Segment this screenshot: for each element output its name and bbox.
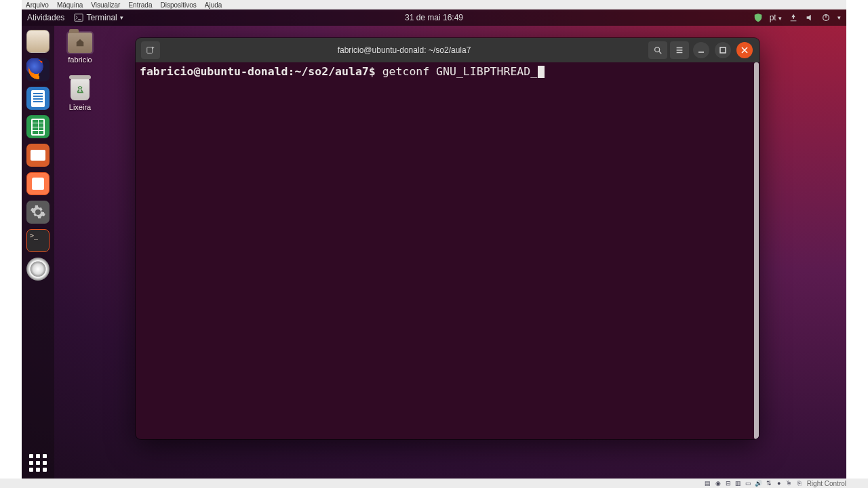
dock-disc[interactable] [26, 258, 50, 281]
vb-optical-icon[interactable]: ◉ [714, 479, 722, 487]
command-text: getconf GNU_LIBPTHREAD_ [382, 65, 537, 78]
svg-rect-2 [147, 47, 153, 54]
svg-rect-0 [75, 14, 83, 22]
chevron-down-icon: ▾ [778, 15, 782, 22]
vb-usb-icon[interactable]: ⊟ [724, 479, 732, 487]
dock-firefox[interactable] [26, 58, 50, 81]
menu-button[interactable] [670, 41, 689, 59]
chevron-down-icon: ▾ [120, 14, 123, 21]
desktop-trash-label: Lixeira [61, 103, 99, 111]
dock-settings[interactable] [26, 201, 50, 224]
new-tab-icon [146, 45, 155, 55]
vb-display-icon[interactable]: ▭ [745, 479, 753, 487]
maximize-icon [719, 47, 726, 54]
window-titlebar[interactable]: fabricio@ubuntu-donald: ~/so2/aula7 [136, 38, 760, 62]
vb-clipboard-icon[interactable]: ⎘ [795, 479, 804, 487]
vb-mouse-icon[interactable]: 🖰 [785, 479, 793, 487]
virtualbox-statusbar: ▤ ◉ ⊟ ▥ ▭ 🔊 ⇅ ● 🖰 ⎘ Right Control [704, 479, 846, 488]
current-app-name: Terminal [86, 13, 117, 22]
gnome-topbar: Atividades Terminal ▾ 31 de mai 16:49 pt… [22, 9, 846, 26]
vb-host-key-label: Right Control [807, 480, 846, 487]
dock-terminal[interactable]: >_ [26, 229, 50, 252]
host-menu-ajuda[interactable]: Ajuda [205, 1, 222, 9]
activities-button[interactable]: Atividades [27, 13, 64, 22]
window-title: fabricio@ubuntu-donald: ~/so2/aula7 [161, 45, 647, 55]
prompt-user-host: fabricio@ubuntu-donald [140, 65, 288, 78]
host-menu-arquivo[interactable]: Arquivo [26, 1, 49, 9]
dock-files[interactable] [26, 30, 50, 53]
terminal-scrollbar[interactable] [754, 62, 759, 439]
host-menu-visualizar[interactable]: Visualizar [91, 1, 120, 9]
vb-audio-icon[interactable]: 🔊 [755, 479, 763, 487]
dock-ubuntu-software[interactable] [26, 172, 50, 195]
clock[interactable]: 31 de mai 16:49 [405, 13, 463, 22]
home-icon [75, 38, 85, 47]
dock: >_ [22, 26, 54, 479]
vb-hdd-icon[interactable]: ▤ [704, 479, 712, 487]
maximize-button[interactable] [715, 42, 731, 58]
security-shield-icon[interactable] [753, 13, 763, 22]
network-icon[interactable] [789, 13, 798, 22]
close-icon [741, 47, 748, 54]
virtualbox-host-menubar: Arquivo Máquina Visualizar Entrada Dispo… [22, 0, 846, 9]
desktop-icons: fabricio Lixeira [61, 33, 99, 111]
svg-rect-4 [720, 47, 726, 53]
recycle-icon [75, 85, 85, 94]
dock-libreoffice-calc[interactable] [26, 115, 50, 138]
minimize-icon [698, 47, 705, 54]
dock-libreoffice-writer[interactable] [26, 87, 50, 110]
desktop-home-folder[interactable]: fabricio [61, 33, 99, 64]
current-app-indicator[interactable]: Terminal ▾ [74, 13, 123, 22]
terminal-icon [74, 13, 83, 22]
cursor [538, 66, 545, 78]
terminal-window: fabricio@ubuntu-donald: ~/so2/aula7 fabr… [136, 38, 760, 439]
guest-desktop: Atividades Terminal ▾ 31 de mai 16:49 pt… [22, 9, 846, 479]
vb-network-icon[interactable]: ⇅ [765, 479, 773, 487]
keyboard-layout-indicator[interactable]: pt ▾ [770, 13, 782, 22]
dock-show-applications[interactable] [26, 451, 50, 474]
host-menu-entrada[interactable]: Entrada [128, 1, 152, 9]
close-button[interactable] [736, 42, 753, 58]
minimize-button[interactable] [693, 42, 709, 58]
chevron-down-icon: ▾ [837, 14, 841, 21]
desktop-home-label: fabricio [61, 56, 99, 64]
terminal-content[interactable]: fabricio@ubuntu-donald:~/so2/aula7$ getc… [136, 62, 760, 439]
power-icon[interactable] [821, 13, 831, 22]
prompt-cwd: ~/so2/aula7 [294, 65, 368, 78]
vb-recording-icon[interactable]: ● [775, 479, 783, 487]
new-tab-button[interactable] [141, 41, 160, 59]
host-menu-dispositivos[interactable]: Dispositivos [160, 1, 196, 9]
volume-icon[interactable] [805, 13, 814, 22]
desktop-trash[interactable]: Lixeira [61, 79, 99, 111]
search-icon [653, 45, 663, 55]
vb-shared-folder-icon[interactable]: ▥ [734, 479, 743, 487]
host-menu-maquina[interactable]: Máquina [57, 1, 83, 9]
hamburger-icon [675, 45, 684, 55]
search-button[interactable] [648, 41, 667, 59]
gear-icon [30, 204, 46, 220]
svg-point-3 [655, 47, 660, 52]
dock-libreoffice-impress[interactable] [26, 144, 50, 167]
